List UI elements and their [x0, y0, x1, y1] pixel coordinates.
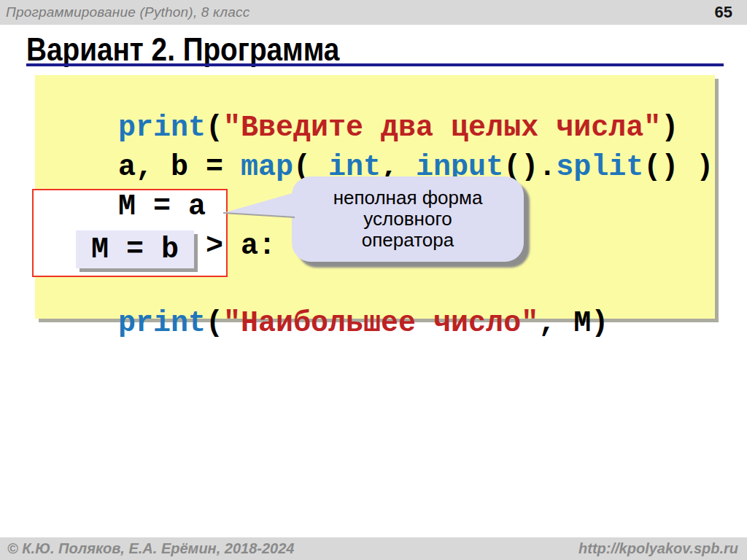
code-inline-box: M = b [76, 230, 194, 268]
callout-tail [219, 187, 296, 220]
page-title: Вариант 2. Программа [26, 34, 339, 66]
slide: Программирование (Python), 8 класс 65 Ва… [0, 0, 747, 560]
code-token: , M) [538, 307, 608, 340]
title-underline [26, 63, 724, 66]
header-bar: Программирование (Python), 8 класс 65 [0, 0, 747, 25]
callout-line: оператора [362, 230, 454, 251]
callout-bubble: неполная форма условного оператора [292, 176, 524, 262]
code-token: print [118, 307, 206, 340]
code-token: map [241, 151, 293, 184]
code-token: M = b [91, 233, 179, 266]
code-token: split [556, 151, 643, 184]
course-title: Программирование (Python), 8 класс [6, 4, 249, 20]
callout-line: неполная форма [333, 187, 483, 209]
footer-bar: © К.Ю. Поляков, Е.А. Ерёмин, 2018-2024 h… [0, 537, 747, 560]
callout-line: условного [363, 209, 452, 230]
code-token: "Наибольшее число" [223, 307, 538, 340]
code-token: () ) [643, 151, 713, 184]
footer-url-link[interactable]: http://kpolyakov.spb.ru [578, 540, 738, 557]
footer-copyright: © К.Ю. Поляков, Е.А. Ерёмин, 2018-2024 [7, 540, 294, 557]
code-token: ( [206, 307, 223, 340]
page-number: 65 [715, 3, 732, 22]
code-line-6: print("Наибольшее число", M) [48, 276, 608, 372]
